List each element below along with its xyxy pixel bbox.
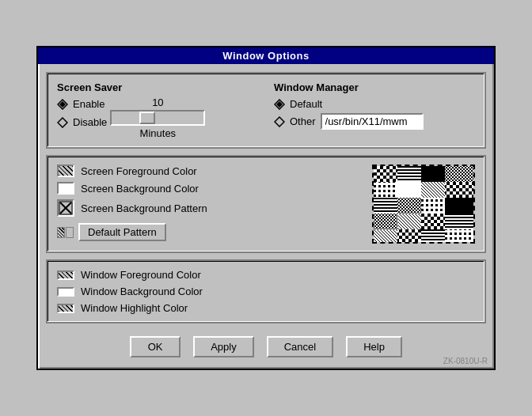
svg-rect-22 <box>397 166 421 182</box>
enable-col: Enable Disable <box>57 98 107 131</box>
disable-radio-icon[interactable] <box>57 117 68 128</box>
window-background-label: Window Background Color <box>81 286 203 297</box>
screen-color-section: Screen Foreground Color Screen Backgroun… <box>46 155 486 253</box>
window-title: Window Options <box>222 50 309 62</box>
default-label: Default <box>290 98 322 110</box>
svg-rect-38 <box>397 229 421 244</box>
svg-rect-21 <box>374 166 397 182</box>
window-colors-section: Window Foreground Color Window Backgroun… <box>46 259 486 323</box>
title-bar: Window Options <box>38 47 494 64</box>
screen-pattern-swatch[interactable] <box>57 199 74 217</box>
screen-foreground-swatch[interactable] <box>57 165 74 177</box>
slider-track[interactable] <box>110 110 205 126</box>
window-background-row[interactable]: Window Background Color <box>57 286 475 297</box>
window-foreground-swatch[interactable] <box>57 270 74 280</box>
svg-rect-29 <box>374 198 397 214</box>
screen-foreground-label: Screen Foreground Color <box>81 165 197 177</box>
window-highlight-swatch[interactable] <box>57 304 74 313</box>
svg-marker-2 <box>58 118 67 127</box>
small-swatch-1 <box>57 227 65 238</box>
svg-rect-31 <box>421 198 445 214</box>
other-value-input[interactable] <box>321 113 424 130</box>
screen-background-swatch[interactable] <box>57 182 74 195</box>
screen-background-row[interactable]: Screen Background Color <box>57 182 364 195</box>
default-pattern-row: Default Pattern <box>57 223 364 241</box>
window-manager-title: Window Manager <box>274 81 475 93</box>
window-highlight-label: Window Highlight Color <box>81 302 188 314</box>
apply-button[interactable]: Apply <box>193 336 254 357</box>
watermark: ZK-0810U-R <box>443 357 488 365</box>
small-swatch-2 <box>66 227 74 238</box>
disable-label: Disable <box>73 116 107 128</box>
help-button[interactable]: Help <box>346 336 402 357</box>
svg-rect-32 <box>445 198 475 214</box>
slider-value: 10 <box>152 96 163 108</box>
enable-disable-row: Enable Disable <box>57 98 258 139</box>
window-foreground-row[interactable]: Window Foreground Color <box>57 269 475 281</box>
svg-rect-40 <box>445 229 475 244</box>
enable-radio-icon[interactable] <box>57 99 68 110</box>
screen-saver-title: Screen Saver <box>57 81 258 93</box>
screen-background-label: Screen Background Color <box>81 183 199 195</box>
top-section: Screen Saver Enable <box>46 72 486 149</box>
window-options-dialog: Window Options Screen Saver <box>36 46 496 370</box>
svg-rect-30 <box>397 198 421 214</box>
svg-rect-25 <box>374 182 397 198</box>
svg-rect-35 <box>421 214 445 229</box>
svg-rect-36 <box>445 214 475 229</box>
desktop: Window Options Screen Saver <box>0 0 532 416</box>
enable-label: Enable <box>73 98 104 110</box>
window-content: Screen Saver Enable <box>38 64 494 369</box>
svg-marker-5 <box>275 117 284 127</box>
ok-button[interactable]: OK <box>130 336 180 357</box>
window-foreground-label: Window Foreground Color <box>81 269 201 281</box>
svg-rect-24 <box>445 166 475 182</box>
slider-thumb[interactable] <box>139 112 155 124</box>
buttons-row: OK Apply Cancel Help <box>46 330 486 361</box>
screen-pattern-label: Screen Background Pattern <box>81 202 207 214</box>
slider-col: 10 Minutes <box>110 96 205 139</box>
window-manager-group: Window Manager Default <box>274 81 475 139</box>
svg-rect-27 <box>421 182 445 198</box>
screen-saver-group: Screen Saver Enable <box>57 81 258 139</box>
svg-rect-39 <box>421 229 445 244</box>
cancel-button[interactable]: Cancel <box>267 336 333 357</box>
other-radio-row[interactable]: Other <box>274 113 475 130</box>
window-highlight-row[interactable]: Window Highlight Color <box>57 302 475 314</box>
other-radio-icon[interactable] <box>274 116 285 127</box>
svg-rect-37 <box>374 229 397 244</box>
screen-pattern-row[interactable]: Screen Background Pattern <box>57 199 364 217</box>
pattern-preview <box>372 165 475 244</box>
default-pattern-swatches <box>57 227 74 238</box>
default-pattern-button[interactable]: Default Pattern <box>78 223 166 241</box>
minutes-label: Minutes <box>140 127 177 139</box>
svg-rect-34 <box>397 214 421 229</box>
disable-radio-row[interactable]: Disable <box>57 116 107 128</box>
default-radio-icon[interactable] <box>274 99 285 110</box>
other-label: Other <box>290 115 316 127</box>
svg-rect-23 <box>421 166 445 182</box>
window-background-swatch[interactable] <box>57 287 74 297</box>
color-options: Screen Foreground Color Screen Backgroun… <box>57 165 364 244</box>
svg-rect-33 <box>374 214 397 229</box>
svg-rect-28 <box>445 182 475 198</box>
screen-foreground-row[interactable]: Screen Foreground Color <box>57 165 364 177</box>
svg-rect-26 <box>397 182 421 198</box>
default-radio-row[interactable]: Default <box>274 98 475 110</box>
enable-radio-row[interactable]: Enable <box>57 98 107 110</box>
